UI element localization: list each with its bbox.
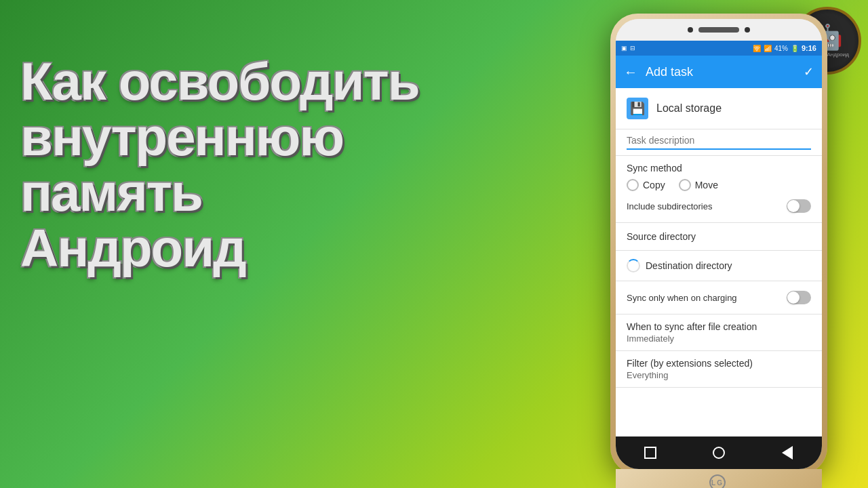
move-radio-button[interactable]	[679, 179, 691, 191]
confirm-button[interactable]: ✓	[804, 64, 814, 79]
destination-directory-label: Destination directory	[646, 260, 732, 271]
back-nav-icon	[782, 446, 793, 460]
phone-dot-right	[745, 27, 750, 33]
source-directory-label: Source directory	[627, 231, 811, 242]
sync-method-radio-group: Copy Move	[627, 179, 811, 191]
source-directory-item[interactable]: Source directory	[616, 223, 822, 251]
russian-text-overlay: Как освободить внутреннюю память Андроид	[20, 54, 419, 277]
battery-percent: 41%	[774, 45, 788, 52]
lg-logo: LG	[709, 474, 728, 488]
sync-charging-row: Sync only when on charging	[627, 288, 811, 307]
filter-title: Filter (by extensions selected)	[627, 358, 811, 369]
include-subdirectories-label: Include subdirectories	[627, 201, 712, 211]
russian-line4: Андроид	[20, 221, 419, 277]
storage-icon-glyph: 💾	[630, 101, 645, 116]
sync-charging-knob	[787, 291, 800, 304]
back-nav-button[interactable]	[774, 439, 801, 466]
status-right: 🛜 📶 41% 🔋 9:16	[753, 44, 816, 52]
toggle-knob	[787, 200, 800, 212]
sync-method-title: Sync method	[627, 163, 811, 174]
sync-method-section: Sync method Copy Move Include subdirecto…	[616, 156, 822, 223]
destination-directory-item[interactable]: Destination directory	[616, 251, 822, 281]
russian-line3: память	[20, 165, 419, 221]
status-bar: ▣ ⊟ 🛜 📶 41% 🔋 9:16	[616, 41, 822, 56]
copy-radio-option[interactable]: Copy	[627, 179, 665, 191]
phone-bottom: LG	[616, 469, 822, 488]
home-button[interactable]	[705, 439, 732, 466]
screen-icon: ▣	[621, 45, 627, 52]
when-to-sync-title: When to sync after file creation	[627, 321, 811, 332]
back-button[interactable]: ←	[624, 64, 637, 80]
app-bar-title: Add task	[646, 65, 795, 79]
signal-icon: 📶	[764, 45, 772, 52]
phone-dot-left	[688, 27, 693, 33]
include-subdirectories-toggle[interactable]	[787, 199, 811, 213]
navigation-bar	[616, 436, 822, 469]
phone-speaker	[698, 27, 739, 33]
phone-container: ▣ ⊟ 🛜 📶 41% 🔋 9:16 ← Add task ✓ 💾	[610, 14, 827, 474]
notification-icon: ⊟	[630, 45, 635, 52]
phone-top-bar	[616, 19, 822, 41]
move-radio-option[interactable]: Move	[679, 179, 718, 191]
storage-header[interactable]: 💾 Local storage	[616, 88, 822, 129]
loading-spinner	[627, 259, 640, 272]
when-to-sync-value: Immediately	[627, 333, 811, 344]
wifi-icon: 🛜	[753, 45, 761, 52]
battery-icon: 🔋	[791, 45, 799, 52]
recent-apps-icon	[644, 447, 656, 459]
status-left-icons: ▣ ⊟	[621, 45, 635, 52]
copy-radio-label: Copy	[643, 180, 665, 190]
task-description-input[interactable]	[627, 132, 811, 150]
sync-charging-toggle[interactable]	[787, 291, 811, 304]
sync-charging-label: Sync only when on charging	[627, 293, 737, 303]
russian-line1: Как освободить	[20, 54, 419, 110]
phone-inner: ▣ ⊟ 🛜 📶 41% 🔋 9:16 ← Add task ✓ 💾	[616, 19, 822, 469]
recent-apps-button[interactable]	[637, 439, 664, 466]
storage-label: Local storage	[656, 102, 722, 115]
task-description-container	[616, 129, 822, 156]
home-icon	[713, 447, 725, 459]
when-to-sync-item[interactable]: When to sync after file creation Immedia…	[616, 314, 822, 351]
storage-icon: 💾	[627, 98, 648, 119]
russian-line2: внутреннюю	[20, 110, 419, 165]
lg-circle-icon: LG	[709, 474, 726, 488]
sync-charging-section: Sync only when on charging	[616, 281, 822, 314]
content-area: 💾 Local storage Sync method Copy	[616, 88, 822, 436]
clock: 9:16	[802, 44, 816, 52]
filter-item[interactable]: Filter (by extensions selected) Everythi…	[616, 351, 822, 388]
filter-value: Everything	[627, 370, 811, 380]
include-subdirectories-row: Include subdirectories	[627, 197, 811, 216]
move-radio-label: Move	[695, 180, 718, 190]
app-bar: ← Add task ✓	[616, 56, 822, 88]
copy-radio-button[interactable]	[627, 179, 639, 191]
